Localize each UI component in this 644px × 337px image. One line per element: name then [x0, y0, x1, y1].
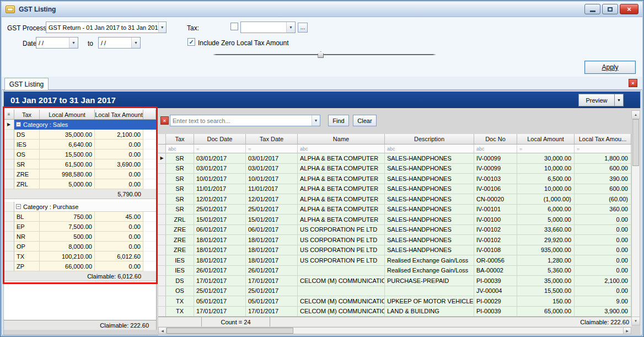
group-label[interactable]: −Category : Purchase	[14, 202, 156, 212]
slider[interactable]	[213, 50, 436, 59]
detail-cell[interactable]: SR	[166, 184, 194, 195]
detail-cell[interactable]: 25/01/2017	[194, 205, 246, 215]
summary-tax-cell[interactable]: OS	[14, 149, 40, 159]
minimize-button[interactable]	[584, 4, 600, 14]
filter-cell[interactable]: =	[246, 145, 298, 153]
column-header[interactable]: Tax	[166, 134, 194, 145]
detail-row[interactable]: OS25/01/201725/01/2017JV-0000415,500.000…	[158, 286, 631, 297]
detail-cell[interactable]: 17/01/2017	[194, 276, 246, 286]
detail-cell[interactable]: SALES-HANDPHONES	[385, 184, 474, 195]
detail-cell[interactable]: 25/01/2017	[246, 286, 298, 297]
detail-cell[interactable]: BA-00002	[474, 266, 517, 276]
detail-cell[interactable]: SALES-HANDPHONES	[385, 235, 474, 245]
detail-cell[interactable]: IES	[166, 266, 194, 276]
detail-cell[interactable]: 03/01/2017	[194, 153, 246, 164]
detail-cell[interactable]: US CORPORATION PE LTD	[298, 255, 385, 266]
detail-cell[interactable]: ALPHA & BETA COMPUTER	[298, 174, 385, 184]
detail-cell[interactable]: 1,280.00	[517, 255, 575, 266]
detail-cell[interactable]: 1,800.00	[575, 153, 631, 164]
summary-local-tax-cell[interactable]: 0.00	[95, 169, 143, 179]
detail-cell[interactable]: 17/01/2017	[246, 276, 298, 286]
detail-row[interactable]: SR03/01/201703/01/2017ALPHA & BETA COMPU…	[158, 164, 631, 174]
summary-local-amount-cell[interactable]: 8,000.00	[40, 242, 95, 252]
summary-column-header[interactable]: Local Tax Amount	[95, 110, 143, 120]
summary-tax-cell[interactable]: OP	[14, 242, 40, 252]
filter-cell[interactable]: abc	[166, 145, 194, 153]
detail-cell[interactable]	[385, 286, 474, 297]
summary-local-tax-cell[interactable]: 6,012.60	[95, 252, 143, 261]
detail-cell[interactable]: 18/01/2017	[194, 245, 246, 256]
detail-cell[interactable]: 06/01/2017	[194, 225, 246, 236]
summary-row[interactable]: ZRE998,580.000.00	[4, 169, 156, 179]
detail-cell[interactable]: PI-00029	[474, 296, 517, 307]
apply-button[interactable]: Apply	[584, 61, 636, 74]
detail-cell[interactable]: 12/01/2017	[194, 194, 246, 205]
detail-cell[interactable]: 03/01/2017	[246, 153, 298, 164]
detail-cell[interactable]: 6,500.00	[517, 174, 575, 184]
close-tab-button[interactable]: ×	[629, 79, 637, 87]
detail-cell[interactable]: IV-00100	[474, 215, 517, 225]
detail-row[interactable]: SR10/01/201710/01/2017ALPHA & BETA COMPU…	[158, 174, 631, 184]
detail-cell[interactable]: SALES-HANDPHONES	[385, 215, 474, 225]
detail-cell[interactable]: IV-00099	[474, 153, 517, 164]
scroll-left-button[interactable]: ◀	[159, 328, 167, 334]
summary-row[interactable]: TX100,210.006,012.60	[4, 252, 156, 261]
detail-cell[interactable]: 5,360.00	[517, 266, 575, 276]
summary-local-amount-cell[interactable]: 100,210.00	[40, 252, 95, 261]
summary-row[interactable]: IES6,640.000.00	[4, 140, 156, 149]
detail-cell[interactable]: SALES-HANDPHONES	[385, 245, 474, 256]
detail-cell[interactable]: ALPHA & BETA COMPUTER	[298, 215, 385, 225]
detail-cell[interactable]: CELCOM (M) COMMUNICATIO...	[298, 307, 385, 317]
detail-cell[interactable]: ZRE	[166, 235, 194, 245]
detail-cell[interactable]: 35,000.00	[517, 276, 575, 286]
detail-cell[interactable]: 25/01/2017	[246, 205, 298, 215]
detail-cell[interactable]	[298, 286, 385, 297]
detail-cell[interactable]: 390.00	[575, 174, 631, 184]
detail-cell[interactable]: 0.00	[575, 286, 631, 297]
detail-cell[interactable]: Realised Exchange Gain/Loss	[385, 266, 474, 276]
horizontal-scroll-track[interactable]	[293, 328, 623, 334]
detail-cell[interactable]: SALES-HANDPHONES	[385, 153, 474, 164]
detail-cell[interactable]: 06/01/2017	[246, 225, 298, 236]
slider-track[interactable]	[213, 54, 436, 55]
summary-local-amount-cell[interactable]: 750.00	[40, 212, 95, 222]
detail-cell[interactable]: 18/01/2017	[246, 245, 298, 256]
detail-cell[interactable]: SR	[166, 194, 194, 205]
summary-local-amount-cell[interactable]: 15,500.00	[40, 149, 95, 159]
detail-cell[interactable]: SALES-HANDPHONES	[385, 205, 474, 215]
close-button[interactable]: ×	[620, 4, 638, 14]
summary-column-header[interactable]: Local Amount	[40, 110, 95, 120]
detail-cell[interactable]: ALPHA & BETA COMPUTER	[298, 205, 385, 215]
detail-cell[interactable]: SALES-HANDPHONES	[385, 194, 474, 205]
summary-local-amount-cell[interactable]: 5,000.00	[40, 179, 95, 189]
summary-group-row[interactable]: −Category : Purchase	[4, 202, 156, 212]
search-input[interactable]	[170, 117, 312, 124]
detail-cell[interactable]: ALPHA & BETA COMPUTER	[298, 184, 385, 195]
detail-cell[interactable]: PI-00039	[474, 307, 517, 317]
detail-row[interactable]: ZRE18/01/201718/01/2017US CORPORATION PE…	[158, 235, 631, 245]
detail-cell[interactable]: CELCOM (M) COMMUNICATIO...	[298, 276, 385, 286]
column-header[interactable]: Name	[298, 134, 385, 145]
detail-row[interactable]: SR12/01/201712/01/2017ALPHA & BETA COMPU…	[158, 194, 631, 205]
detail-cell[interactable]: 600.00	[575, 164, 631, 174]
detail-cell[interactable]: IV-00103	[474, 174, 517, 184]
collapse-icon[interactable]: −	[16, 122, 21, 127]
detail-cell[interactable]: 03/01/2017	[246, 164, 298, 174]
filter-cell[interactable]: abc	[385, 145, 474, 153]
detail-cell[interactable]: (1,000.00)	[517, 194, 575, 205]
column-header[interactable]: Local Tax Amou...	[575, 134, 631, 145]
detail-cell[interactable]: CN-00020	[474, 194, 517, 205]
detail-cell[interactable]: 17/01/2017	[194, 307, 246, 317]
detail-cell[interactable]: 15/01/2017	[194, 215, 246, 225]
detail-cell[interactable]: 18/01/2017	[194, 235, 246, 245]
detail-cell[interactable]: 10/01/2017	[246, 174, 298, 184]
column-header[interactable]: Tax Date	[246, 134, 298, 145]
horizontal-scrollbar[interactable]: ◀ ▶	[158, 327, 631, 334]
detail-cell[interactable]: 5,000.00	[517, 215, 575, 225]
summary-tax-cell[interactable]: DS	[14, 130, 40, 140]
titlebar[interactable]: GST Listing ×	[2, 2, 642, 17]
detail-cell[interactable]: (60.00)	[575, 194, 631, 205]
filter-cell[interactable]: abc	[298, 145, 385, 153]
detail-cell[interactable]: IV-00101	[474, 205, 517, 215]
detail-cell[interactable]: JV-00004	[474, 286, 517, 297]
